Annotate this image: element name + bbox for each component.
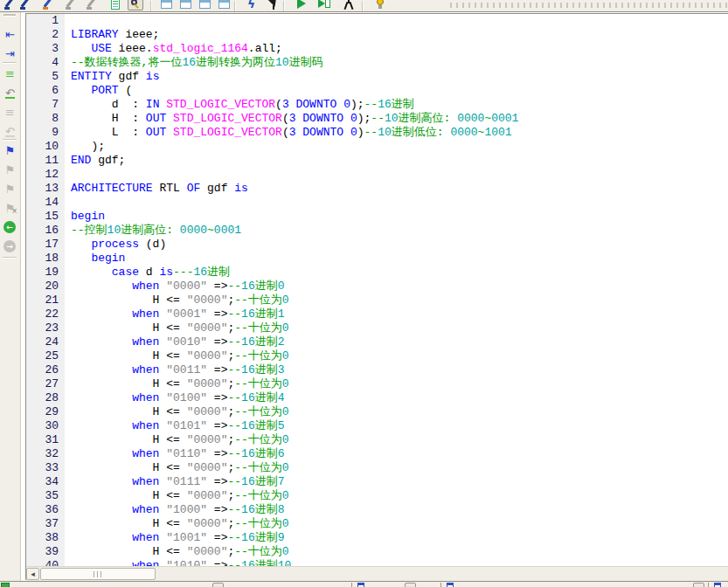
code-line[interactable]: 32 when "0110" =>--16进制6	[26, 447, 728, 461]
decrease-indent-icon[interactable]: ⇤	[3, 26, 17, 41]
code-line[interactable]: 3 USE ieee.std_logic_1164.all;	[26, 42, 728, 56]
go-forward-icon[interactable]: →	[3, 239, 17, 254]
code-line[interactable]: 1	[26, 14, 728, 28]
line-number: 30	[26, 419, 65, 433]
code-line[interactable]: 37 H <= "0000";--十位为0	[26, 517, 728, 531]
minimized-windows-bar	[0, 581, 728, 587]
code-line[interactable]: 30 when "0101" =>--16进制5	[26, 419, 728, 433]
code-text: H <= "0000";--十位为0	[65, 489, 289, 503]
comment-selection-icon[interactable]: ≡	[3, 66, 17, 80]
app-icon[interactable]	[1, 583, 10, 587]
code-line[interactable]: 39 H <= "0000";--十位为0	[26, 545, 728, 559]
line-number: 36	[26, 503, 65, 517]
code-text: ENTITY gdf is	[65, 70, 159, 84]
code-line[interactable]: 27 H <= "0000";--十位为0	[26, 377, 728, 391]
hint-bulb-icon[interactable]	[372, 0, 388, 10]
code-line[interactable]: 7 d : IN STD_LOGIC_VECTOR(3 DOWNTO 0);--…	[26, 98, 728, 112]
uncomment-selection-icon[interactable]: ↶	[3, 85, 17, 100]
scrollbar-thumb[interactable]	[40, 568, 156, 580]
code-line[interactable]: 35 H <= "0000";--十位为0	[26, 489, 728, 503]
code-line[interactable]: 40 when "1010" =>--16进制10	[26, 559, 728, 566]
run-script-icon[interactable]: ϟ	[243, 0, 259, 10]
code-line[interactable]: 17 process (d)	[26, 238, 728, 252]
code-line[interactable]: 13ARCHITECTURE RTL OF gdf is	[26, 182, 728, 196]
code-line[interactable]: 8 H : OUT STD_LOGIC_VECTOR(3 DOWNTO 0);-…	[26, 112, 728, 126]
code-line[interactable]: 36 when "1000" =>--16进制8	[26, 503, 728, 517]
code-line[interactable]: 20 when "0000" =>--16进制0	[26, 280, 728, 294]
code-line[interactable]: 16--控制10进制高位: 0000~0001	[26, 224, 728, 238]
code-line[interactable]: 9 L : OUT STD_LOGIC_VECTOR(3 DOWNTO 0)--…	[26, 126, 728, 140]
cascade-windows-icon[interactable]	[178, 0, 194, 10]
code-line[interactable]: 38 when "1001" =>--16进制9	[26, 531, 728, 545]
code-line[interactable]: 33 H <= "0000";--十位为0	[26, 461, 728, 475]
minimized-document-icon[interactable]	[447, 583, 454, 587]
pointer-tool-icon[interactable]	[264, 0, 280, 10]
code-line[interactable]: 21 H <= "0000";--十位为0	[26, 294, 728, 307]
find-in-files-icon[interactable]	[63, 0, 79, 10]
line-number: 40	[26, 559, 65, 566]
restore-window-button[interactable]	[405, 583, 416, 587]
code-text: when "1000" =>--16进制8	[65, 503, 285, 517]
replace-in-files-icon[interactable]	[84, 0, 100, 10]
line-number: 13	[26, 182, 65, 196]
replace-icon[interactable]	[40, 0, 56, 10]
previous-bookmark-icon[interactable]: ⚑	[3, 162, 17, 176]
code-area[interactable]: 12LIBRARY ieee;3 USE ieee.std_logic_1164…	[26, 14, 728, 566]
code-text: --控制10进制高位: 0000~0001	[65, 224, 241, 238]
code-line[interactable]: 15begin	[26, 210, 728, 224]
start-analysis-icon[interactable]	[316, 0, 332, 10]
code-line[interactable]: 23 H <= "0000";--十位为0	[26, 321, 728, 335]
code-line[interactable]: 28 when "0100" =>--16进制4	[26, 391, 728, 405]
code-line[interactable]: 19 case d is---16进制	[26, 266, 728, 280]
stop-processing-icon[interactable]	[341, 0, 357, 10]
code-line[interactable]: 6 PORT (	[26, 84, 728, 98]
code-line[interactable]: 4--数据转换器,将一位16进制转换为两位10进制码	[26, 56, 728, 70]
start-compilation-icon[interactable]	[294, 0, 309, 10]
line-number: 4	[26, 56, 65, 70]
code-line[interactable]: 24 when "0010" =>--16进制2	[26, 335, 728, 349]
restore-window-button[interactable]	[693, 583, 704, 587]
delete-all-bookmarks-icon[interactable]: ⚑×	[3, 200, 17, 215]
line-number: 1	[26, 14, 65, 28]
analyze-current-file-icon[interactable]	[128, 0, 143, 10]
line-number: 14	[26, 196, 65, 210]
code-line[interactable]: 11END gdf;	[26, 154, 728, 168]
code-line[interactable]: 26 when "0011" =>--16进制3	[26, 363, 728, 377]
code-text: PORT (	[65, 84, 132, 98]
code-line[interactable]: 12	[26, 168, 728, 182]
code-line[interactable]: 10 );	[26, 140, 728, 154]
toggle-bookmark-icon[interactable]: ⚑	[3, 142, 17, 157]
minimized-document-icon[interactable]	[714, 583, 721, 587]
comment-selection-disabled-icon[interactable]: ≡	[3, 104, 17, 119]
code-line[interactable]: 34 when "0111" =>--16进制7	[26, 475, 728, 489]
next-bookmark-icon[interactable]: ⚑	[3, 181, 17, 196]
code-line[interactable]: 14	[26, 196, 728, 210]
line-number: 8	[26, 112, 65, 126]
minimized-document-icon[interactable]	[357, 583, 364, 587]
code-line[interactable]: 29 H <= "0000";--十位为0	[26, 405, 728, 419]
text-editor-window: 12LIBRARY ieee;3 USE ieee.std_logic_1164…	[25, 13, 728, 580]
line-number: 26	[26, 363, 65, 377]
find-icon[interactable]	[2, 0, 17, 10]
toolbar-grip-handle[interactable]	[3, 14, 16, 17]
toolbar-drag-texture	[450, 3, 728, 8]
code-line[interactable]: 2LIBRARY ieee;	[26, 28, 728, 42]
close-window-icon[interactable]	[217, 0, 232, 10]
uncomment-selection-disabled-icon[interactable]: ↶	[3, 123, 17, 138]
new-window-icon[interactable]	[159, 0, 175, 10]
code-line[interactable]: 31 H <= "0000";--十位为0	[26, 433, 728, 447]
horizontal-scrollbar[interactable]: ◂	[26, 566, 728, 581]
code-line[interactable]: 25 H <= "0000";--十位为0	[26, 349, 728, 363]
line-number: 32	[26, 447, 65, 461]
increase-indent-icon[interactable]: ⇥	[3, 45, 17, 60]
toolbar-separator	[3, 139, 17, 141]
insert-template-icon[interactable]	[108, 0, 124, 10]
find-next-icon[interactable]	[17, 0, 33, 10]
code-line[interactable]: 5ENTITY gdf is	[26, 70, 728, 84]
restore-window-button[interactable]	[212, 583, 224, 587]
scroll-left-button[interactable]: ◂	[26, 568, 39, 580]
code-line[interactable]: 22 when "0001" =>--16进制1	[26, 307, 728, 321]
tile-windows-icon[interactable]	[198, 0, 213, 10]
go-back-icon[interactable]: ←	[3, 220, 17, 235]
code-line[interactable]: 18 begin	[26, 252, 728, 266]
